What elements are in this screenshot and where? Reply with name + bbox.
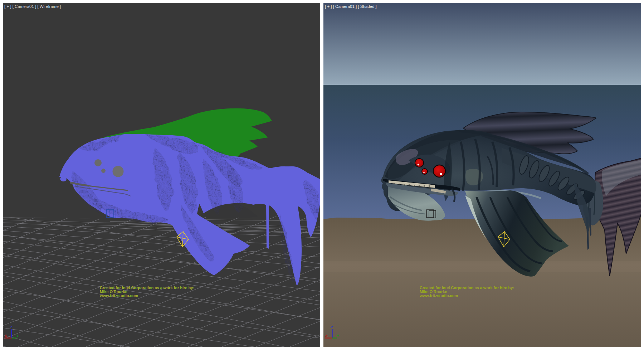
svg-text:X: X bbox=[325, 334, 328, 337]
svg-text:y: y bbox=[16, 333, 19, 337]
svg-text:Z: Z bbox=[331, 325, 333, 329]
svg-text:www.fritzstudio.com: www.fritzstudio.com bbox=[419, 293, 458, 298]
svg-text:X: X bbox=[5, 334, 7, 337]
svg-text:Z: Z bbox=[10, 325, 13, 329]
svg-text:y: y bbox=[337, 333, 339, 337]
svg-text:www.fritzstudio.com: www.fritzstudio.com bbox=[99, 293, 138, 298]
